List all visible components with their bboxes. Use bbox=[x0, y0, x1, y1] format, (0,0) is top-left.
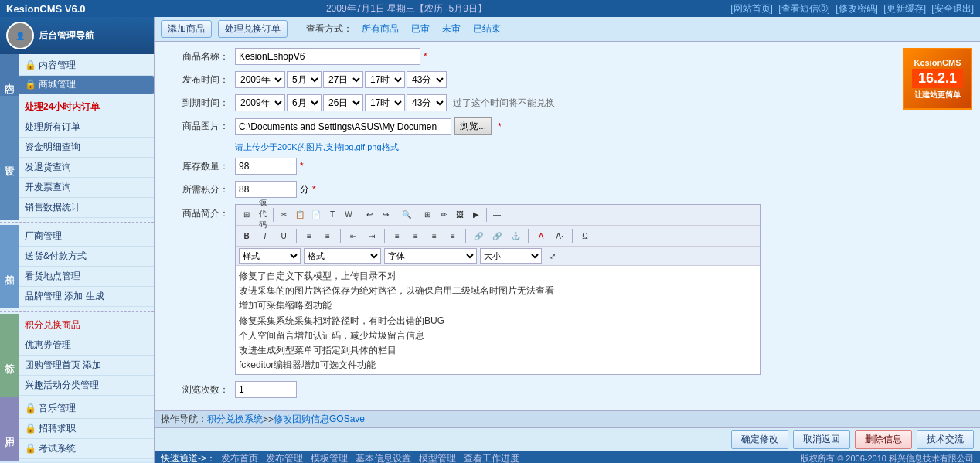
expire-day-select[interactable]: 26日 bbox=[323, 94, 363, 111]
expire-year-select[interactable]: 2009年 bbox=[235, 94, 285, 111]
publish-minute-select[interactable]: 43分 bbox=[407, 71, 447, 88]
publish-month-select[interactable]: 5月 bbox=[287, 71, 322, 88]
process-exchange-btn[interactable]: 处理兑换订单 bbox=[218, 20, 288, 38]
section-label-settings: 设置 bbox=[0, 96, 19, 220]
sidebar-item-points-exchange[interactable]: 积分兑换商品 bbox=[19, 315, 154, 335]
quick-nav-basic-settings[interactable]: 基本信息设置 bbox=[356, 452, 411, 463]
breadcrumb-link-edit[interactable]: 修改团购信息GOSave bbox=[274, 413, 365, 426]
quick-nav-template-mgmt[interactable]: 模板管理 bbox=[311, 452, 348, 463]
toolbar-ul-btn[interactable]: ≡ bbox=[320, 228, 335, 243]
toolbar-undo-btn[interactable]: ↩ bbox=[362, 206, 377, 222]
expire-month-select[interactable]: 6月 bbox=[287, 94, 322, 111]
confirm-modify-btn[interactable]: 确定修改 bbox=[731, 430, 788, 449]
editor-style-select[interactable]: 样式 bbox=[239, 248, 301, 264]
sidebar-item-jobs[interactable]: 🔒 招聘求职 bbox=[19, 419, 154, 439]
sidebar-item-all-orders[interactable]: 处理所有订单 bbox=[19, 117, 154, 138]
tech-exchange-btn[interactable]: 技术交流 bbox=[917, 430, 974, 449]
link-pwd[interactable]: [修改密码] bbox=[835, 3, 878, 14]
editor-font-select[interactable]: 字体 bbox=[384, 248, 477, 264]
link-refresh[interactable]: [更新缓存] bbox=[883, 3, 926, 14]
publish-hour-select[interactable]: 17时 bbox=[365, 71, 405, 88]
toolbar-unlink-btn[interactable]: 🔗 bbox=[489, 228, 505, 243]
toolbar-copy-btn[interactable]: 📋 bbox=[292, 206, 308, 222]
add-product-btn[interactable]: 添加商品 bbox=[161, 20, 212, 38]
toolbar-paste-btn[interactable]: 📄 bbox=[308, 206, 324, 222]
toolbar-redo-btn[interactable]: ↪ bbox=[378, 206, 393, 222]
sidebar-item-returns[interactable]: 发退货查询 bbox=[19, 158, 154, 178]
sidebar-item-manufacturers[interactable]: 厂商管理 bbox=[19, 226, 154, 247]
stock-input[interactable] bbox=[235, 158, 297, 175]
points-input[interactable] bbox=[235, 181, 297, 198]
publish-year-select[interactable]: 2009年 bbox=[235, 71, 285, 88]
link-logout[interactable]: [安全退出] bbox=[931, 3, 974, 14]
sidebar-item-shipping[interactable]: 送货&付款方式 bbox=[19, 247, 154, 267]
file-path-input[interactable] bbox=[235, 118, 451, 135]
expire-hour-select[interactable]: 17时 bbox=[365, 94, 405, 111]
toolbar-align-center-btn[interactable]: ≡ bbox=[408, 228, 424, 243]
toolbar-img-btn[interactable]: 🖼 bbox=[452, 206, 468, 222]
toolbar-table-btn[interactable]: ⊞ bbox=[420, 206, 435, 222]
toolbar-align-justify-btn[interactable]: ≡ bbox=[445, 228, 461, 243]
sidebar-item-group-buy[interactable]: 团购管理首页 添加 bbox=[19, 356, 154, 376]
sidebar-item-brands[interactable]: 品牌管理 添加 生成 bbox=[19, 287, 154, 307]
cancel-return-btn[interactable]: 取消返回 bbox=[793, 430, 850, 449]
toolbar-bold-btn[interactable]: B bbox=[239, 228, 254, 243]
filter-approved[interactable]: 已审 bbox=[411, 22, 430, 36]
sidebar-item-exam[interactable]: 🔒 考试系统 bbox=[19, 439, 154, 459]
toolbar-edit-btn[interactable]: ✏ bbox=[436, 206, 451, 222]
form-area: 商品名称： * 发布时间： 2009年 5月 27日 17时 43分 bbox=[155, 42, 980, 410]
sidebar-item-24h-orders[interactable]: 处理24小时内订单 bbox=[19, 97, 154, 117]
toolbar-cut-btn[interactable]: ✂ bbox=[276, 206, 291, 222]
product-name-input[interactable] bbox=[235, 48, 420, 65]
views-input[interactable] bbox=[235, 381, 297, 398]
sidebar-item-content-mgmt[interactable]: 🔒 内容管理 bbox=[19, 56, 154, 76]
filter-pending[interactable]: 未审 bbox=[442, 22, 461, 36]
toolbar-italic-btn[interactable]: I bbox=[257, 228, 273, 243]
toolbar-align-left-btn[interactable]: ≡ bbox=[390, 228, 405, 243]
toolbar-source-btn[interactable]: ⊞ bbox=[239, 206, 254, 222]
toolbar-paste-text-btn[interactable]: T bbox=[325, 206, 340, 222]
editor-body[interactable]: 修复了自定义下载模型，上传目录不对 改进采集的的图片路径保存为绝对路径，以确保启… bbox=[236, 266, 760, 374]
delete-info-btn[interactable]: 删除信息 bbox=[855, 430, 912, 449]
toolbar-ol-btn[interactable]: ≡ bbox=[301, 228, 317, 243]
quick-nav-publish-mgmt[interactable]: 发布管理 bbox=[266, 452, 303, 463]
toolbar-indent-btn[interactable]: ⇥ bbox=[364, 228, 379, 243]
toolbar-outdent-btn[interactable]: ⇤ bbox=[345, 228, 361, 243]
editor-format-select[interactable]: 格式 bbox=[304, 248, 381, 264]
breadcrumb-link-points[interactable]: 积分兑换系统 bbox=[207, 413, 263, 426]
sidebar-item-sales-stats[interactable]: 销售数据统计 bbox=[19, 198, 154, 218]
sidebar-section-content: 内容 🔒 内容管理 🔒 商城管理 bbox=[0, 54, 154, 96]
breadcrumb-sep: >> bbox=[263, 414, 274, 425]
sidebar-item-activities[interactable]: 兴趣活动分类管理 bbox=[19, 376, 154, 396]
toolbar-paste-word-btn[interactable]: W bbox=[341, 206, 356, 222]
quick-nav-publish-home[interactable]: 发布首页 bbox=[221, 452, 258, 463]
toolbar-flash-btn[interactable]: ▶ bbox=[468, 206, 484, 222]
quick-nav-work-progress[interactable]: 查看工作进度 bbox=[464, 452, 519, 463]
toolbar-anchor-btn[interactable]: ⚓ bbox=[508, 228, 523, 243]
toolbar-special-btn[interactable]: Ω bbox=[577, 228, 593, 243]
sidebar-item-music[interactable]: 🔒 音乐管理 bbox=[19, 399, 154, 419]
publish-day-select[interactable]: 27日 bbox=[323, 71, 363, 88]
toolbar-color-btn[interactable]: A bbox=[533, 228, 549, 243]
quick-nav-model-mgmt[interactable]: 模型管理 bbox=[419, 452, 456, 463]
link-home[interactable]: [网站首页] bbox=[730, 3, 773, 14]
toolbar-link-btn[interactable]: 🔗 bbox=[471, 228, 486, 243]
sidebar-item-funds[interactable]: 资金明细查询 bbox=[19, 138, 154, 158]
editor-size-select[interactable]: 大小 bbox=[480, 248, 542, 264]
toolbar-source-text-btn[interactable]: 源代码 bbox=[255, 206, 271, 222]
toolbar-align-right-btn[interactable]: ≡ bbox=[427, 228, 442, 243]
sidebar-item-locations[interactable]: 看货地点管理 bbox=[19, 267, 154, 287]
filter-all[interactable]: 所有商品 bbox=[362, 22, 399, 36]
expire-minute-select[interactable]: 43分 bbox=[407, 94, 447, 111]
toolbar-expand-btn[interactable]: ⤢ bbox=[545, 248, 560, 264]
toolbar-find-btn[interactable]: 🔍 bbox=[399, 206, 414, 222]
browse-btn[interactable]: 浏览... bbox=[454, 117, 492, 135]
toolbar-more-btn[interactable]: — bbox=[489, 206, 505, 222]
filter-ended[interactable]: 已结束 bbox=[473, 22, 501, 36]
sidebar-item-invoice[interactable]: 开发票查询 bbox=[19, 178, 154, 198]
sidebar-item-coupons[interactable]: 优惠券管理 bbox=[19, 335, 154, 356]
sidebar-item-shop-mgmt[interactable]: 🔒 商城管理 bbox=[19, 76, 154, 94]
link-sms[interactable]: [查看短信⓪] bbox=[778, 3, 830, 14]
toolbar-underline-btn[interactable]: U bbox=[276, 228, 291, 243]
toolbar-bgcolor-btn[interactable]: A· bbox=[552, 228, 567, 243]
